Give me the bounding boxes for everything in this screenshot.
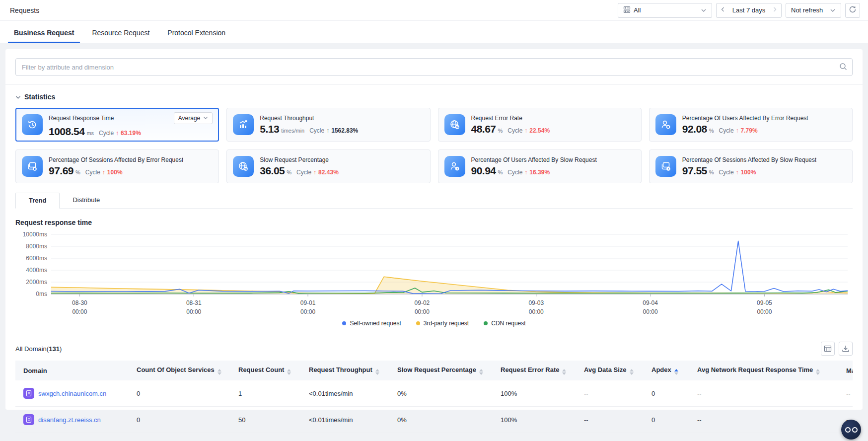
statistics-collapse-toggle[interactable]: Statistics — [15, 92, 853, 101]
col-request-count[interactable]: Request Count — [230, 361, 301, 380]
up-arrow-icon: ↑ — [736, 169, 739, 176]
stat-card-users-error[interactable]: Percentage Of Users Affected By Error Re… — [649, 108, 853, 142]
cycle-value: 82.43% — [318, 169, 339, 176]
col-apdex[interactable]: Apdex — [644, 361, 689, 380]
tab-distribute[interactable]: Distribute — [60, 193, 113, 209]
aggregation-select[interactable]: Average — [174, 112, 213, 124]
stat-card-title: Percentage Of Sessions Affected By Error… — [49, 156, 183, 163]
stat-card-sessions-slow[interactable]: Percentage Of Sessions Affected By Slow … — [649, 149, 853, 183]
svg-text:08-31: 08-31 — [186, 299, 202, 306]
assistant-widget[interactable] — [841, 420, 861, 440]
sort-icon[interactable] — [287, 369, 291, 375]
cycle-value: 22.54% — [529, 127, 550, 134]
sort-icon[interactable] — [816, 369, 820, 375]
sort-icon[interactable] — [375, 369, 379, 375]
up-arrow-icon: ↑ — [313, 169, 316, 176]
cycle-label: Cycle — [85, 169, 100, 176]
tab-trend[interactable]: Trend — [15, 193, 60, 209]
svg-text:00:00: 00:00 — [186, 308, 201, 315]
stat-card-request-error-rate[interactable]: % Request Error Rate 48.67 % Cycle ↑ 22.… — [438, 108, 642, 142]
stat-card-title: Percentage Of Users Affected By Error Re… — [682, 115, 808, 122]
sort-icon[interactable] — [562, 369, 566, 375]
cycle-value: 63.19% — [121, 130, 141, 137]
refresh-button[interactable] — [845, 3, 860, 18]
domain-link[interactable]: disanfang.zt.reeiss.cn — [38, 416, 101, 424]
chevron-right-icon[interactable] — [773, 6, 777, 14]
legend-item[interactable]: CDN request — [484, 320, 525, 327]
domain-table: Domain Count Of Object Services Request … — [15, 361, 853, 433]
stat-card-users-slow[interactable]: Percentage Of Users Affected By Slow Req… — [438, 149, 642, 183]
stat-unit: ms — [86, 130, 94, 136]
search-icon[interactable] — [839, 62, 848, 73]
sort-icon-active[interactable] — [674, 369, 678, 375]
sort-icon[interactable] — [217, 369, 221, 375]
stat-value: 48.67 — [471, 123, 496, 135]
user-error-icon — [655, 114, 676, 135]
domain-icon — [23, 414, 34, 425]
filter-input[interactable] — [15, 58, 853, 76]
clock-history-icon — [22, 114, 43, 135]
col-domain[interactable]: Domain — [15, 361, 129, 380]
scope-select[interactable]: All — [618, 3, 712, 18]
sort-icon[interactable] — [630, 369, 634, 375]
gauge-percent-icon: % — [233, 156, 254, 177]
legend-dot-icon — [342, 321, 346, 325]
svg-text:00:00: 00:00 — [643, 308, 658, 315]
stat-value: 90.94 — [471, 165, 496, 177]
table-row: swxgch.chinaunicom.cn 0 1 <0.01times/min… — [15, 380, 853, 407]
trend-chart[interactable]: 0ms2000ms4000ms6000ms8000ms10000ms08-300… — [15, 230, 853, 319]
tab-business-request[interactable]: Business Request — [7, 21, 81, 43]
domain-table-container[interactable]: Domain Count Of Object Services Request … — [15, 361, 853, 433]
refresh-interval-value: Not refresh — [791, 6, 823, 14]
chevron-down-icon — [830, 6, 836, 14]
assistant-eye-icon — [852, 427, 858, 433]
stat-value: 1008.54 — [49, 126, 84, 138]
sort-icon[interactable] — [479, 369, 483, 375]
col-request-error-rate[interactable]: Request Error Rate — [493, 361, 576, 380]
col-request-throughput[interactable]: Request Throughput — [301, 361, 389, 380]
col-avg-network-response-time[interactable]: Avg Network Request Response Time — [689, 361, 838, 380]
tab-protocol-extension[interactable]: Protocol Extension — [160, 21, 232, 43]
session-error-icon — [22, 156, 43, 177]
stat-card-title: Request Error Rate — [471, 115, 522, 122]
legend-label: Self-owned request — [350, 320, 401, 327]
svg-text:00:00: 00:00 — [415, 308, 430, 315]
globe-percent-icon: % — [444, 114, 465, 135]
col-avg-data-size[interactable]: Avg Data Size — [576, 361, 644, 380]
cell: 0% — [389, 380, 493, 407]
stat-card-slow-request-percentage[interactable]: % Slow Request Percentage 36.05 % Cycle … — [226, 149, 430, 183]
stat-unit: % — [498, 169, 503, 175]
tab-resource-request[interactable]: Resource Request — [85, 21, 156, 43]
download-icon — [842, 345, 850, 353]
cycle-value: 100% — [107, 169, 123, 176]
divider — [5, 84, 863, 85]
stat-card-request-response-time[interactable]: Request Response Time Average 1008.54 ms… — [15, 108, 219, 142]
customize-columns-icon — [824, 345, 832, 353]
stat-card-request-throughput[interactable]: Request Throughput 5.13 times/min Cycle … — [226, 108, 430, 142]
content-panel: Statistics Request Response Time Average — [5, 49, 863, 410]
stat-cards-grid: Request Response Time Average 1008.54 ms… — [15, 108, 853, 183]
time-range-picker[interactable]: Last 7 days — [716, 3, 782, 18]
chevron-down-icon — [701, 6, 707, 14]
stat-card-sessions-error[interactable]: Percentage Of Sessions Affected By Error… — [15, 149, 219, 183]
cell: 0 — [644, 407, 689, 433]
col-count-of-object-services[interactable]: Count Of Object Services — [129, 361, 230, 380]
cell: 100% — [493, 407, 576, 433]
domain-link[interactable]: swxgch.chinaunicom.cn — [38, 390, 106, 397]
refresh-interval-select[interactable]: Not refresh — [786, 3, 841, 18]
download-button[interactable] — [839, 342, 853, 356]
stat-value: 97.69 — [49, 165, 73, 177]
chevron-left-icon[interactable] — [721, 6, 725, 14]
svg-text:2000ms: 2000ms — [26, 279, 47, 286]
chart-title: Request response time — [15, 219, 853, 226]
col-slow-request-percentage[interactable]: Slow Request Percentage — [389, 361, 493, 380]
table-header-row: Domain Count Of Object Services Request … — [15, 361, 853, 380]
legend-item[interactable]: Self-owned request — [342, 320, 401, 327]
svg-text:4000ms: 4000ms — [26, 267, 47, 274]
cycle-value: 100% — [741, 169, 756, 176]
up-arrow-icon: ↑ — [116, 130, 119, 137]
chart-legend: Self-owned request3rd-party requestCDN r… — [15, 320, 853, 327]
legend-item[interactable]: 3rd-party request — [416, 320, 469, 327]
customize-columns-button[interactable] — [821, 342, 835, 356]
col-max-network[interactable]: Max Ne — [838, 361, 853, 380]
